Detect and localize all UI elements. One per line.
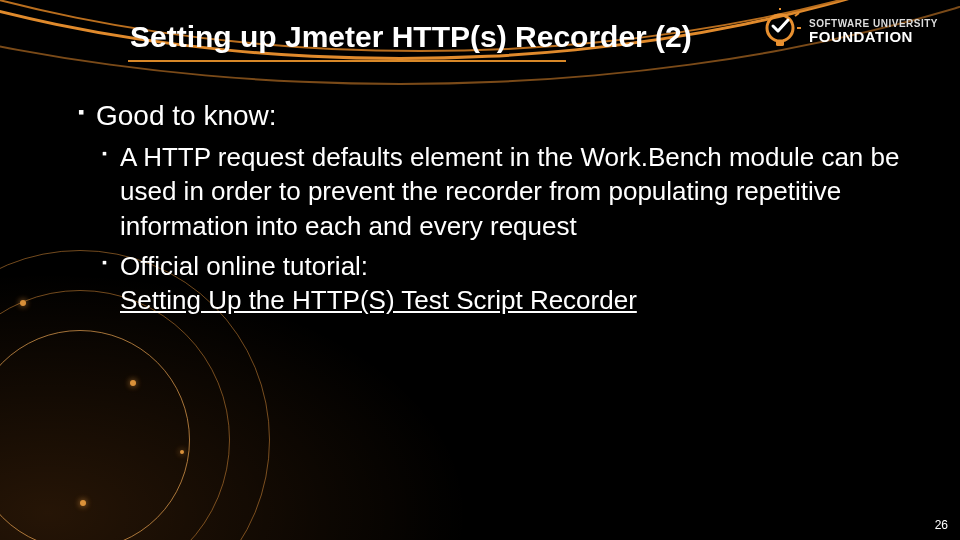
logo-text: SOFTWARE UNIVERSITY FOUNDATION [809, 19, 938, 44]
bullet-item: Official online tutorial: Setting Up the… [102, 249, 920, 318]
title-underline [128, 60, 566, 62]
bullet-item: A HTTP request defaults element in the W… [102, 140, 920, 243]
page-number: 26 [935, 518, 948, 532]
logo: SOFTWARE UNIVERSITY FOUNDATION [761, 8, 938, 54]
lightbulb-icon [761, 8, 801, 54]
tutorial-link[interactable]: Setting Up the HTTP(S) Test Script Recor… [120, 285, 637, 315]
svg-rect-1 [776, 40, 784, 46]
logo-line2: FOUNDATION [809, 29, 938, 44]
content-area: Good to know: A HTTP request defaults el… [78, 100, 920, 324]
logo-line1: SOFTWARE UNIVERSITY [809, 19, 938, 29]
slide-title: Setting up Jmeter HTTP(s) Recorder (2) [130, 20, 692, 54]
bullet-text: Official online tutorial: [120, 251, 368, 281]
svg-line-3 [795, 13, 799, 16]
slide: Setting up Jmeter HTTP(s) Recorder (2) S… [0, 0, 960, 540]
bullet-heading: Good to know: [78, 100, 920, 132]
